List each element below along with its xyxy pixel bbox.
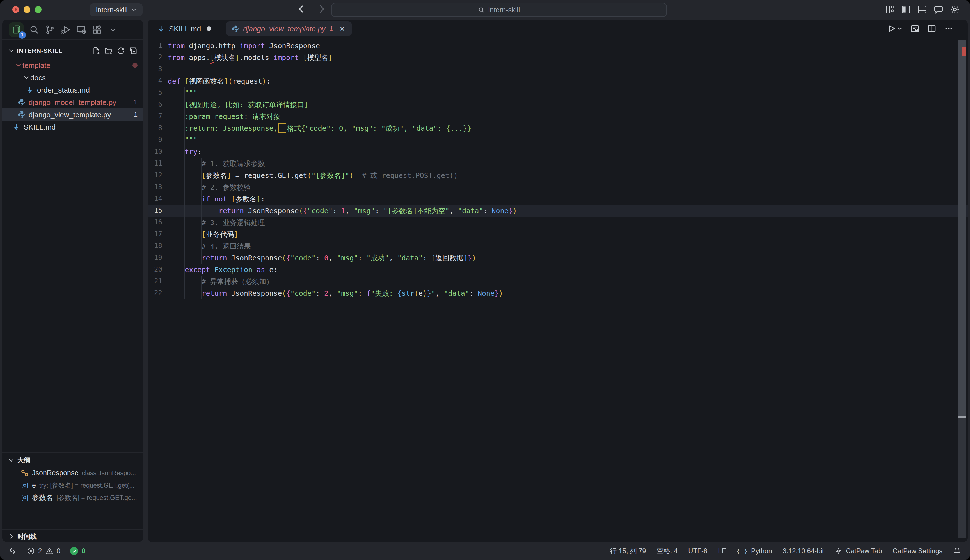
- bell-icon[interactable]: [953, 547, 961, 555]
- refresh-button[interactable]: [117, 46, 125, 55]
- code-line-10[interactable]: 10 try:: [148, 146, 968, 158]
- code-line-13[interactable]: 13 # 2. 参数校验: [148, 181, 968, 193]
- forward-button[interactable]: [317, 4, 327, 14]
- line-number[interactable]: 12: [148, 170, 162, 181]
- run-button[interactable]: [887, 24, 903, 33]
- collapse-all-button[interactable]: [129, 46, 137, 55]
- code-line-14[interactable]: 14 if not [参数名]:: [148, 193, 968, 205]
- code-line-8[interactable]: 8 :return: JsonResponse, 格式{"code": 0, "…: [148, 122, 968, 134]
- line-number[interactable]: 11: [148, 158, 162, 170]
- line-number[interactable]: 19: [148, 252, 162, 264]
- line-number[interactable]: 20: [148, 264, 162, 275]
- code-line-16[interactable]: 16 # 3. 业务逻辑处理: [148, 217, 968, 228]
- line-number[interactable]: 3: [148, 63, 162, 75]
- encoding-indicator[interactable]: UTF-8: [688, 547, 707, 555]
- tree-item-template-folder[interactable]: template: [2, 59, 143, 71]
- editor-scrollbar[interactable]: [958, 40, 966, 538]
- maximize-window-button[interactable]: [35, 6, 42, 13]
- customize-layout-icon[interactable]: [885, 5, 895, 15]
- tree-item-order-status-md[interactable]: order_status.md: [2, 83, 143, 96]
- code-line-18[interactable]: 18 # 4. 返回结果: [148, 240, 968, 252]
- project-switcher[interactable]: intern-skill: [90, 3, 143, 16]
- outline-section-header[interactable]: 大纲: [2, 454, 143, 466]
- code-line-6[interactable]: 6 [视图用途, 比如: 获取订单详情接口]: [148, 99, 968, 110]
- outline-item-e[interactable]: e try: [参数名] = request.GET.get(...: [2, 479, 143, 492]
- search-view-button[interactable]: [28, 24, 39, 35]
- cursor-position-indicator[interactable]: 行 15, 列 79: [610, 546, 646, 556]
- tree-item-docs-folder[interactable]: docs: [2, 71, 143, 83]
- open-preview-icon[interactable]: [910, 24, 920, 33]
- code-line-3[interactable]: 3: [148, 63, 968, 75]
- outline-item-jsonresponse[interactable]: JsonResponse class JsonRespo...: [2, 467, 143, 479]
- indentation-indicator[interactable]: 空格: 4: [657, 546, 678, 556]
- more-actions-icon[interactable]: [944, 24, 953, 33]
- catpaw-settings-indicator[interactable]: CatPaw Settings: [893, 547, 943, 555]
- toggle-sidebar-icon[interactable]: [901, 5, 911, 15]
- tab-django-view-template-py[interactable]: django_view_template.py 1 ×: [225, 21, 352, 36]
- python-runtime-indicator[interactable]: 3.12.10 64-bit: [783, 547, 824, 555]
- code-line-20[interactable]: 20 except Exception as e:: [148, 264, 968, 275]
- new-folder-button[interactable]: [104, 46, 113, 55]
- code-line-9[interactable]: 9 """: [148, 134, 968, 146]
- line-number[interactable]: 1: [148, 40, 162, 52]
- line-number[interactable]: 16: [148, 217, 162, 228]
- code-line-22[interactable]: 22 return JsonResponse({"code": 2, "msg"…: [148, 287, 968, 299]
- checks-indicator[interactable]: 0: [70, 547, 85, 555]
- code-line-11[interactable]: 11 # 1. 获取请求参数: [148, 158, 968, 170]
- line-number[interactable]: 5: [148, 87, 162, 99]
- back-button[interactable]: [296, 4, 307, 14]
- line-number[interactable]: 21: [148, 275, 162, 287]
- problems-indicator[interactable]: 2 0: [27, 547, 60, 555]
- code-line-15[interactable]: 15 return JsonResponse({"code": 1, "msg"…: [148, 205, 968, 217]
- code-line-12[interactable]: 12 [参数名] = request.GET.get("[参数名]") # 或 …: [148, 170, 968, 181]
- tree-item-django-model-template-py[interactable]: django_model_template.py 1: [2, 96, 143, 108]
- tree-item-django-view-template-py[interactable]: django_view_template.py 1: [2, 108, 143, 121]
- close-window-button[interactable]: [12, 6, 19, 13]
- command-center-search[interactable]: intern-skill: [331, 3, 667, 17]
- line-number[interactable]: 14: [148, 193, 162, 205]
- line-number[interactable]: 8: [148, 122, 162, 134]
- line-number[interactable]: 13: [148, 181, 162, 193]
- close-tab-button[interactable]: ×: [338, 25, 346, 33]
- timeline-section-header[interactable]: 时间线: [2, 530, 143, 542]
- explorer-view-button[interactable]: 1: [9, 22, 23, 37]
- tree-item-skill-md[interactable]: SKILL.md: [2, 121, 143, 133]
- minimize-window-button[interactable]: [23, 6, 30, 13]
- code-editor[interactable]: 1from django.http import JsonResponse2fr…: [148, 38, 968, 299]
- line-number[interactable]: 6: [148, 99, 162, 110]
- line-number[interactable]: 4: [148, 75, 162, 87]
- scrollbar-thumb[interactable]: [958, 40, 966, 417]
- line-number[interactable]: 17: [148, 228, 162, 240]
- remote-explorer-view-button[interactable]: [76, 24, 87, 35]
- eol-indicator[interactable]: LF: [718, 547, 726, 555]
- code-line-4[interactable]: 4def [视图函数名](request):: [148, 75, 968, 87]
- line-number[interactable]: 22: [148, 287, 162, 299]
- language-indicator[interactable]: { } Python: [736, 547, 772, 555]
- run-debug-view-button[interactable]: [60, 24, 71, 35]
- extensions-view-button[interactable]: [92, 24, 102, 35]
- code-line-1[interactable]: 1from django.http import JsonResponse: [148, 40, 968, 52]
- new-file-button[interactable]: [92, 46, 100, 55]
- chat-icon[interactable]: [933, 5, 943, 15]
- line-number[interactable]: 15: [148, 205, 162, 217]
- line-number[interactable]: 2: [148, 52, 162, 63]
- source-control-view-button[interactable]: [44, 24, 55, 35]
- explorer-section-header[interactable]: INTERN-SKILL: [2, 43, 143, 58]
- outline-item-canshuming[interactable]: 参数名 [参数名] = request.GET.ge...: [2, 492, 143, 504]
- code-line-7[interactable]: 7 :param request: 请求对象: [148, 110, 968, 122]
- remote-indicator-icon[interactable]: [9, 547, 17, 555]
- more-views-chevron-icon[interactable]: [107, 24, 118, 35]
- line-number[interactable]: 9: [148, 134, 162, 146]
- split-editor-icon[interactable]: [927, 24, 936, 33]
- code-line-5[interactable]: 5 """: [148, 87, 968, 99]
- catpaw-tab-indicator[interactable]: CatPaw Tab: [835, 547, 882, 555]
- tab-skill-md[interactable]: SKILL.md: [157, 24, 211, 33]
- gear-icon[interactable]: [950, 5, 960, 15]
- line-number[interactable]: 10: [148, 146, 162, 158]
- code-line-21[interactable]: 21 # 异常捕获（必须加）: [148, 275, 968, 287]
- code-line-19[interactable]: 19 return JsonResponse({"code": 0, "msg"…: [148, 252, 968, 264]
- line-number[interactable]: 18: [148, 240, 162, 252]
- toggle-panel-icon[interactable]: [917, 5, 927, 15]
- code-line-2[interactable]: 2from apps.[模块名].models import [模型名]: [148, 52, 968, 63]
- line-number[interactable]: 7: [148, 110, 162, 122]
